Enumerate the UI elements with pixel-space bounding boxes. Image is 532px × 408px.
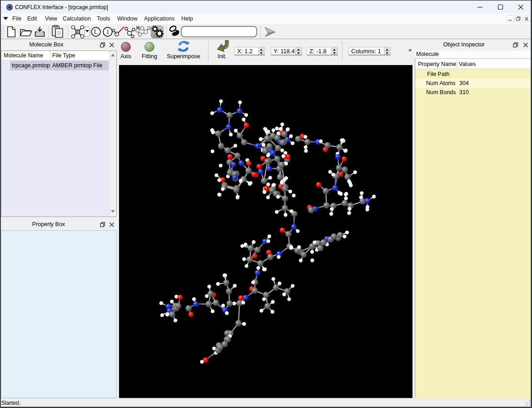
svg-text:L: L [94, 28, 98, 35]
svg-text:1: 1 [106, 28, 109, 35]
